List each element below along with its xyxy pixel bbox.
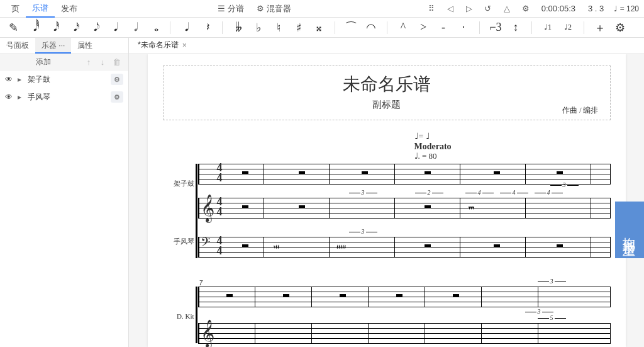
- expand-icon[interactable]: ▸: [18, 93, 24, 101]
- treble-staff[interactable]: 𝄞 3 5: [198, 323, 611, 343]
- tuplet-icon[interactable]: ⌐3: [489, 20, 502, 35]
- visibility-icon[interactable]: 👁: [5, 75, 14, 84]
- mixer-button[interactable]: ⚙ 混音器: [250, 2, 297, 16]
- system-bracket: [196, 164, 197, 258]
- title-frame[interactable]: 未命名乐谱 副标题 作曲 / 编排: [163, 65, 611, 120]
- tempo-display[interactable]: ♩ = 120: [614, 4, 639, 13]
- time-signature[interactable]: 44: [217, 162, 223, 183]
- instrument-name: 手风琴: [28, 92, 107, 103]
- rest-group: 𝄽 𝄽 𝄽 𝄽 𝄽: [336, 243, 344, 251]
- add-element-icon[interactable]: ＋: [593, 20, 607, 35]
- playback-settings-icon[interactable]: ⚙: [520, 3, 531, 14]
- play-icon[interactable]: ▷: [464, 3, 475, 14]
- playback-time: 0:00:05:3: [539, 4, 578, 13]
- natural-icon[interactable]: ♮: [272, 20, 286, 35]
- tuplet-4: 4: [547, 189, 550, 196]
- time-signature[interactable]: 44: [217, 236, 223, 256]
- instrument-settings-icon[interactable]: ⚙: [111, 91, 123, 103]
- measure-number: 7: [199, 280, 611, 287]
- tuplet-3: 3: [362, 189, 365, 196]
- staccato-icon[interactable]: ·: [457, 20, 470, 35]
- tenuto-icon[interactable]: ‐: [436, 20, 450, 35]
- time-signature[interactable]: 44: [217, 196, 223, 217]
- double-sharp-icon[interactable]: 𝄪: [312, 20, 326, 35]
- note-whole-icon[interactable]: 𝅝: [147, 20, 161, 35]
- note-64th-icon[interactable]: 𝅘𝅥𝅱: [26, 20, 40, 35]
- panel-tab-palette[interactable]: 号面板: [0, 38, 35, 54]
- drum-staff[interactable]: 3: [198, 287, 611, 307]
- tuplet-3: 3: [563, 181, 566, 188]
- flat-icon[interactable]: ♭: [252, 20, 265, 35]
- grid-icon[interactable]: ⠿: [426, 3, 437, 14]
- staff-label: 手风琴: [163, 230, 194, 253]
- menubar: 页 乐谱 发布 ☰ 分谱 ⚙ 混音器 ⠿ ◁ ▷ ↺ △ ⚙ 0:00:05:3…: [0, 0, 644, 18]
- slur-icon[interactable]: ◠: [364, 20, 378, 35]
- list-icon: ☰: [218, 4, 225, 13]
- bass-clef-icon: 𝄢: [201, 236, 210, 253]
- movedown-icon[interactable]: ↓: [96, 56, 109, 69]
- add-instrument-button[interactable]: 添加: [5, 57, 82, 67]
- note-32nd-icon[interactable]: 𝅘𝅥𝅰: [47, 20, 60, 35]
- edit-mode-icon[interactable]: ✎: [6, 20, 20, 35]
- mixer-label: 混音器: [267, 3, 291, 14]
- tuplet-3: 3: [550, 278, 553, 285]
- tuplet-3: 3: [538, 308, 541, 315]
- accent-icon[interactable]: >: [416, 20, 430, 35]
- rest-icon[interactable]: 𝄽: [199, 20, 213, 35]
- system-bracket: [196, 287, 197, 343]
- bass-staff[interactable]: 𝄢 44 𝄾𝄾 𝄽 𝄽 3 𝄽 𝄽 𝄽 𝄽 𝄽: [198, 237, 611, 257]
- note-toolbar: ✎ 𝅘𝅥𝅱 𝅘𝅥𝅰 𝅘𝅥𝅯 𝅘𝅥𝅮 𝅘𝅥 𝅗𝅥 𝅝 𝅘𝅥. 𝄽 𝄫 ♭ ♮ ♯ …: [0, 18, 644, 38]
- tempo-bpm: ♩. = 80: [414, 152, 611, 161]
- metronome-icon[interactable]: △: [501, 3, 513, 14]
- voice1-icon[interactable]: ♩1: [541, 20, 555, 35]
- moveup-icon[interactable]: ↑: [82, 56, 96, 69]
- menu-tab-home[interactable]: 页: [5, 1, 26, 17]
- panel-tab-properties[interactable]: 属性: [71, 38, 99, 54]
- double-flat-icon[interactable]: 𝄫: [231, 20, 245, 35]
- rest-group: 𝄾𝄾𝄾𝄾 𝄾𝄾𝄾𝄾 𝄾𝄾𝄾𝄾: [469, 204, 472, 212]
- rest-group: 𝄾𝄾 𝄽 𝄽: [274, 243, 277, 251]
- note-half-icon[interactable]: 𝅗𝅥: [127, 20, 141, 35]
- treble-staff[interactable]: 𝄞 44 3 2 4: [198, 198, 611, 218]
- tempo-marking[interactable]: ♩= ♩ Moderato ♩. = 80: [414, 132, 611, 161]
- tuplet-5: 5: [550, 314, 553, 321]
- tie-icon[interactable]: ⁀: [344, 20, 358, 35]
- dot-icon[interactable]: 𝅘𝅥.: [179, 20, 193, 35]
- marcato-icon[interactable]: ^: [396, 20, 410, 35]
- rewind-icon[interactable]: ◁: [445, 3, 456, 14]
- sharp-icon[interactable]: ♯: [292, 20, 306, 35]
- left-panel: 号面板 乐器 ··· 属性 添加 ↑ ↓ 🗑 👁 ▸ 架子鼓 ⚙ 👁 ▸ 手风琴…: [0, 38, 129, 347]
- close-icon[interactable]: ×: [182, 41, 187, 50]
- delete-icon[interactable]: 🗑: [109, 56, 123, 69]
- flip-stem-icon[interactable]: ↕: [509, 20, 523, 35]
- treble-clef-icon: 𝄞: [201, 194, 214, 222]
- parts-label: 分谱: [228, 3, 244, 14]
- drum-staff[interactable]: 44: [198, 164, 611, 184]
- tuplet-4: 4: [513, 189, 516, 196]
- panel-tab-instruments[interactable]: 乐器 ···: [35, 38, 71, 54]
- drop-zone[interactable]: 拖到这里: [615, 202, 644, 258]
- score-subtitle[interactable]: 副标题: [175, 99, 599, 111]
- score-composer[interactable]: 作曲 / 编排: [562, 105, 598, 116]
- visibility-icon[interactable]: 👁: [5, 93, 14, 101]
- document-tab-label: *未命名乐谱: [138, 40, 179, 50]
- staff-label: D. Kit: [163, 305, 194, 327]
- menu-tab-score[interactable]: 乐谱: [26, 0, 55, 18]
- swing-marking: ♩= ♩: [414, 132, 611, 142]
- document-tab[interactable]: *未命名乐谱 ×: [131, 38, 193, 54]
- note-quarter-icon[interactable]: 𝅘𝅥: [107, 20, 121, 35]
- expand-icon[interactable]: ▸: [18, 75, 24, 84]
- loop-icon[interactable]: ↺: [482, 3, 494, 14]
- tuplet-4: 4: [478, 189, 481, 196]
- menu-tab-publish[interactable]: 发布: [55, 1, 84, 17]
- score-page: 未命名乐谱 副标题 作曲 / 编排 ♩= ♩ Moderato ♩. = 80 …: [148, 54, 626, 347]
- instrument-row[interactable]: 👁 ▸ 手风琴 ⚙: [0, 88, 128, 106]
- score-title[interactable]: 未命名乐谱: [175, 72, 599, 96]
- parts-button[interactable]: ☰ 分谱: [211, 2, 250, 16]
- instrument-settings-icon[interactable]: ⚙: [111, 74, 123, 85]
- note-8th-icon[interactable]: 𝅘𝅥𝅮: [87, 20, 101, 35]
- note-16th-icon[interactable]: 𝅘𝅥𝅯: [67, 20, 80, 35]
- voice2-icon[interactable]: ♩2: [561, 20, 575, 35]
- instrument-row[interactable]: 👁 ▸ 架子鼓 ⚙: [0, 71, 128, 88]
- toolbar-settings-icon[interactable]: ⚙: [613, 20, 627, 35]
